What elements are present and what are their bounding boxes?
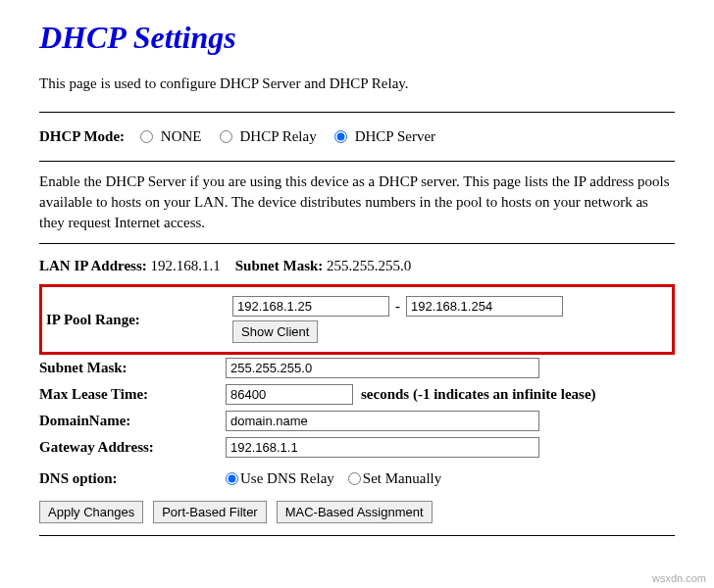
dhcp-mode-server-label[interactable]: DHCP Server [355,128,435,145]
gateway-input[interactable] [226,437,539,458]
ip-pool-end-input[interactable] [406,296,563,317]
dns-manual-radio[interactable] [348,472,361,485]
mac-based-assignment-button[interactable]: MAC-Based Assignment [277,501,433,523]
dhcp-mode-relay-radio[interactable] [220,130,232,143]
lan-ip-value: 192.168.1.1 [151,258,221,273]
lan-mask-label: Subnet Mask: [235,258,324,273]
dhcp-mode-row: DHCP Mode: NONE DHCP Relay DHCP Server [39,121,675,153]
max-lease-input[interactable] [226,384,353,405]
show-client-button[interactable]: Show Client [232,320,318,343]
dhcp-mode-relay-label[interactable]: DHCP Relay [240,128,317,145]
lan-mask-value: 255.255.255.0 [327,258,411,273]
dhcp-info-text: Enable the DHCP Server if you are using … [39,172,675,233]
divider [39,243,675,244]
dns-option-row: DNS option: Use DNS Relay Set Manually [39,461,675,501]
dhcp-mode-none-label[interactable]: NONE [161,128,202,145]
dns-relay-label[interactable]: Use DNS Relay [240,470,334,487]
subnet-mask-input[interactable] [226,358,539,378]
ip-pool-label: IP Pool Range: [46,312,232,328]
ip-pool-start-input[interactable] [232,296,389,317]
domain-name-input[interactable] [226,411,539,431]
dhcp-mode-none-radio[interactable] [140,130,153,143]
page-title: DHCP Settings [39,20,675,56]
range-dash: - [389,298,406,315]
gateway-label: Gateway Address: [39,439,226,456]
dns-option-label: DNS option: [39,470,226,487]
domain-name-label: DomainName: [39,413,226,429]
dhcp-mode-server-radio[interactable] [334,130,347,143]
action-buttons: Apply Changes Port-Based Filter MAC-Base… [39,501,675,527]
lan-ip-label: LAN IP Address: [39,258,147,273]
lan-info-row: LAN IP Address: 192.168.1.1 Subnet Mask:… [39,252,675,280]
subnet-mask-label: Subnet Mask: [39,360,226,376]
dns-manual-label[interactable]: Set Manually [363,470,441,487]
lease-suffix: seconds (-1 indicates an infinite lease) [361,386,596,403]
divider [39,535,675,536]
ip-pool-highlight: IP Pool Range: - Show Client [39,284,675,355]
divider [39,112,675,113]
page-description: This page is used to configure DHCP Serv… [39,75,675,92]
divider [39,161,675,162]
dns-relay-radio[interactable] [226,472,238,485]
apply-changes-button[interactable]: Apply Changes [39,501,143,523]
dhcp-mode-label: DHCP Mode: [39,128,125,145]
max-lease-label: Max Lease Time: [39,386,226,403]
port-based-filter-button[interactable]: Port-Based Filter [153,501,267,523]
